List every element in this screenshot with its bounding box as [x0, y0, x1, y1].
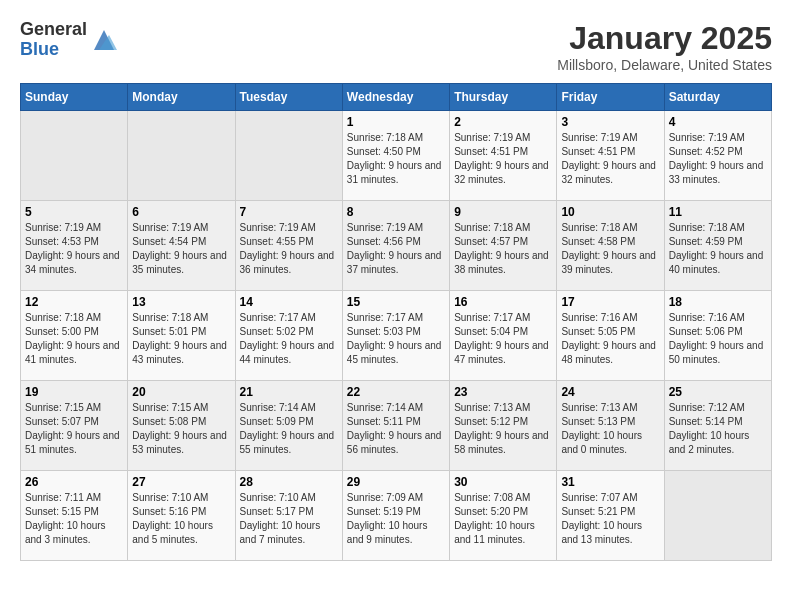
day-number: 14 — [240, 295, 338, 309]
calendar-week-5: 26Sunrise: 7:11 AM Sunset: 5:15 PM Dayli… — [21, 471, 772, 561]
logo: General Blue — [20, 20, 119, 60]
calendar-cell — [235, 111, 342, 201]
day-number: 27 — [132, 475, 230, 489]
calendar-cell: 11Sunrise: 7:18 AM Sunset: 4:59 PM Dayli… — [664, 201, 771, 291]
month-title: January 2025 — [557, 20, 772, 57]
location-text: Millsboro, Delaware, United States — [557, 57, 772, 73]
calendar-cell: 20Sunrise: 7:15 AM Sunset: 5:08 PM Dayli… — [128, 381, 235, 471]
logo-icon — [89, 25, 119, 55]
day-info: Sunrise: 7:19 AM Sunset: 4:51 PM Dayligh… — [561, 131, 659, 187]
calendar-cell: 7Sunrise: 7:19 AM Sunset: 4:55 PM Daylig… — [235, 201, 342, 291]
day-info: Sunrise: 7:19 AM Sunset: 4:53 PM Dayligh… — [25, 221, 123, 277]
day-info: Sunrise: 7:18 AM Sunset: 4:50 PM Dayligh… — [347, 131, 445, 187]
calendar-cell: 31Sunrise: 7:07 AM Sunset: 5:21 PM Dayli… — [557, 471, 664, 561]
calendar-cell: 2Sunrise: 7:19 AM Sunset: 4:51 PM Daylig… — [450, 111, 557, 201]
calendar-table: SundayMondayTuesdayWednesdayThursdayFrid… — [20, 83, 772, 561]
day-info: Sunrise: 7:12 AM Sunset: 5:14 PM Dayligh… — [669, 401, 767, 457]
calendar-week-4: 19Sunrise: 7:15 AM Sunset: 5:07 PM Dayli… — [21, 381, 772, 471]
calendar-cell: 4Sunrise: 7:19 AM Sunset: 4:52 PM Daylig… — [664, 111, 771, 201]
calendar-cell: 24Sunrise: 7:13 AM Sunset: 5:13 PM Dayli… — [557, 381, 664, 471]
day-number: 24 — [561, 385, 659, 399]
day-number: 21 — [240, 385, 338, 399]
day-number: 11 — [669, 205, 767, 219]
day-number: 15 — [347, 295, 445, 309]
day-number: 8 — [347, 205, 445, 219]
calendar-cell: 6Sunrise: 7:19 AM Sunset: 4:54 PM Daylig… — [128, 201, 235, 291]
weekday-header-row: SundayMondayTuesdayWednesdayThursdayFrid… — [21, 84, 772, 111]
calendar-cell: 3Sunrise: 7:19 AM Sunset: 4:51 PM Daylig… — [557, 111, 664, 201]
day-info: Sunrise: 7:14 AM Sunset: 5:11 PM Dayligh… — [347, 401, 445, 457]
day-number: 10 — [561, 205, 659, 219]
day-number: 4 — [669, 115, 767, 129]
day-number: 31 — [561, 475, 659, 489]
day-number: 12 — [25, 295, 123, 309]
day-info: Sunrise: 7:17 AM Sunset: 5:02 PM Dayligh… — [240, 311, 338, 367]
day-number: 23 — [454, 385, 552, 399]
day-number: 2 — [454, 115, 552, 129]
day-info: Sunrise: 7:10 AM Sunset: 5:16 PM Dayligh… — [132, 491, 230, 547]
calendar-week-1: 1Sunrise: 7:18 AM Sunset: 4:50 PM Daylig… — [21, 111, 772, 201]
logo-blue-text: Blue — [20, 40, 87, 60]
weekday-header-thursday: Thursday — [450, 84, 557, 111]
day-info: Sunrise: 7:13 AM Sunset: 5:13 PM Dayligh… — [561, 401, 659, 457]
day-info: Sunrise: 7:18 AM Sunset: 5:00 PM Dayligh… — [25, 311, 123, 367]
page-header: General Blue January 2025 Millsboro, Del… — [20, 20, 772, 73]
day-number: 28 — [240, 475, 338, 489]
day-number: 29 — [347, 475, 445, 489]
day-info: Sunrise: 7:14 AM Sunset: 5:09 PM Dayligh… — [240, 401, 338, 457]
day-info: Sunrise: 7:18 AM Sunset: 4:57 PM Dayligh… — [454, 221, 552, 277]
calendar-cell: 22Sunrise: 7:14 AM Sunset: 5:11 PM Dayli… — [342, 381, 449, 471]
day-number: 26 — [25, 475, 123, 489]
calendar-cell: 17Sunrise: 7:16 AM Sunset: 5:05 PM Dayli… — [557, 291, 664, 381]
day-info: Sunrise: 7:19 AM Sunset: 4:52 PM Dayligh… — [669, 131, 767, 187]
calendar-cell: 25Sunrise: 7:12 AM Sunset: 5:14 PM Dayli… — [664, 381, 771, 471]
day-info: Sunrise: 7:18 AM Sunset: 4:59 PM Dayligh… — [669, 221, 767, 277]
day-number: 25 — [669, 385, 767, 399]
calendar-cell: 29Sunrise: 7:09 AM Sunset: 5:19 PM Dayli… — [342, 471, 449, 561]
calendar-cell: 26Sunrise: 7:11 AM Sunset: 5:15 PM Dayli… — [21, 471, 128, 561]
day-number: 17 — [561, 295, 659, 309]
calendar-cell: 14Sunrise: 7:17 AM Sunset: 5:02 PM Dayli… — [235, 291, 342, 381]
calendar-cell: 21Sunrise: 7:14 AM Sunset: 5:09 PM Dayli… — [235, 381, 342, 471]
weekday-header-wednesday: Wednesday — [342, 84, 449, 111]
day-info: Sunrise: 7:17 AM Sunset: 5:03 PM Dayligh… — [347, 311, 445, 367]
day-number: 3 — [561, 115, 659, 129]
day-number: 5 — [25, 205, 123, 219]
day-info: Sunrise: 7:10 AM Sunset: 5:17 PM Dayligh… — [240, 491, 338, 547]
day-number: 30 — [454, 475, 552, 489]
logo-general-text: General — [20, 20, 87, 40]
day-info: Sunrise: 7:19 AM Sunset: 4:55 PM Dayligh… — [240, 221, 338, 277]
day-number: 9 — [454, 205, 552, 219]
day-info: Sunrise: 7:19 AM Sunset: 4:54 PM Dayligh… — [132, 221, 230, 277]
day-info: Sunrise: 7:19 AM Sunset: 4:56 PM Dayligh… — [347, 221, 445, 277]
day-info: Sunrise: 7:09 AM Sunset: 5:19 PM Dayligh… — [347, 491, 445, 547]
day-number: 18 — [669, 295, 767, 309]
day-number: 7 — [240, 205, 338, 219]
calendar-cell: 8Sunrise: 7:19 AM Sunset: 4:56 PM Daylig… — [342, 201, 449, 291]
calendar-cell: 27Sunrise: 7:10 AM Sunset: 5:16 PM Dayli… — [128, 471, 235, 561]
weekday-header-friday: Friday — [557, 84, 664, 111]
day-info: Sunrise: 7:15 AM Sunset: 5:08 PM Dayligh… — [132, 401, 230, 457]
weekday-header-monday: Monday — [128, 84, 235, 111]
day-number: 16 — [454, 295, 552, 309]
calendar-cell: 16Sunrise: 7:17 AM Sunset: 5:04 PM Dayli… — [450, 291, 557, 381]
calendar-cell: 30Sunrise: 7:08 AM Sunset: 5:20 PM Dayli… — [450, 471, 557, 561]
weekday-header-sunday: Sunday — [21, 84, 128, 111]
calendar-cell: 13Sunrise: 7:18 AM Sunset: 5:01 PM Dayli… — [128, 291, 235, 381]
calendar-cell: 19Sunrise: 7:15 AM Sunset: 5:07 PM Dayli… — [21, 381, 128, 471]
calendar-cell: 1Sunrise: 7:18 AM Sunset: 4:50 PM Daylig… — [342, 111, 449, 201]
day-info: Sunrise: 7:15 AM Sunset: 5:07 PM Dayligh… — [25, 401, 123, 457]
calendar-cell — [128, 111, 235, 201]
weekday-header-saturday: Saturday — [664, 84, 771, 111]
calendar-cell: 9Sunrise: 7:18 AM Sunset: 4:57 PM Daylig… — [450, 201, 557, 291]
calendar-cell: 10Sunrise: 7:18 AM Sunset: 4:58 PM Dayli… — [557, 201, 664, 291]
day-number: 19 — [25, 385, 123, 399]
day-number: 6 — [132, 205, 230, 219]
day-info: Sunrise: 7:13 AM Sunset: 5:12 PM Dayligh… — [454, 401, 552, 457]
day-info: Sunrise: 7:17 AM Sunset: 5:04 PM Dayligh… — [454, 311, 552, 367]
calendar-cell: 23Sunrise: 7:13 AM Sunset: 5:12 PM Dayli… — [450, 381, 557, 471]
day-number: 22 — [347, 385, 445, 399]
calendar-cell: 18Sunrise: 7:16 AM Sunset: 5:06 PM Dayli… — [664, 291, 771, 381]
calendar-cell: 5Sunrise: 7:19 AM Sunset: 4:53 PM Daylig… — [21, 201, 128, 291]
calendar-cell: 15Sunrise: 7:17 AM Sunset: 5:03 PM Dayli… — [342, 291, 449, 381]
